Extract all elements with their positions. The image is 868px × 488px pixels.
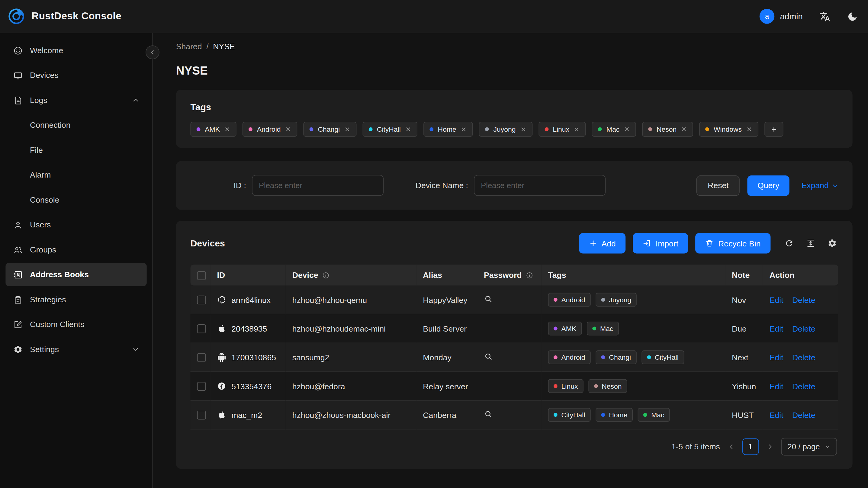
- sidebar-label: Custom Clients: [30, 320, 84, 329]
- tag-chip-juyong: Juyong: [479, 122, 532, 136]
- tags-chip-list: AMKAndroidChangiCityHallHomeJuyongLinuxM…: [191, 122, 838, 136]
- language-icon[interactable]: [819, 11, 831, 22]
- edit-link[interactable]: Edit: [770, 410, 783, 419]
- reset-button[interactable]: Reset: [697, 175, 740, 196]
- query-button[interactable]: Query: [747, 175, 789, 196]
- remove-tag-icon[interactable]: [624, 126, 630, 132]
- show-password-icon[interactable]: [484, 352, 493, 361]
- add-tag-button[interactable]: [765, 122, 783, 136]
- pagination-page-1[interactable]: 1: [742, 438, 759, 455]
- pagination-prev-button[interactable]: [725, 441, 737, 452]
- devices-table: IDDeviceAliasPasswordTagsNoteAction arm6…: [191, 265, 838, 429]
- row-checkbox[interactable]: [197, 324, 206, 333]
- device-id: mac_m2: [231, 410, 262, 419]
- tag-chip-linux: Linux: [548, 379, 584, 393]
- remove-tag-icon[interactable]: [285, 126, 291, 132]
- tag-color-dot: [601, 298, 605, 302]
- sidebar-item-connection[interactable]: Connection: [5, 114, 147, 137]
- remove-tag-icon[interactable]: [405, 126, 411, 132]
- remove-tag-icon[interactable]: [461, 126, 467, 132]
- sidebar-item-strategies[interactable]: Strategies: [5, 288, 147, 311]
- column-height-icon: [806, 239, 815, 248]
- sidebar-item-users[interactable]: Users: [5, 213, 147, 237]
- user-name[interactable]: admin: [780, 11, 803, 21]
- top-bar: RustDesk Console a admin: [0, 0, 868, 33]
- row-checkbox[interactable]: [197, 296, 206, 304]
- edit-link[interactable]: Edit: [770, 353, 783, 362]
- row-checkbox[interactable]: [197, 353, 206, 362]
- sidebar-item-logs[interactable]: Logs: [5, 89, 147, 112]
- device-name: hzhou@fedora: [286, 372, 416, 401]
- sidebar-item-welcome[interactable]: Welcome: [5, 39, 147, 62]
- delete-link[interactable]: Delete: [792, 324, 815, 333]
- remove-tag-icon[interactable]: [746, 126, 752, 132]
- table-settings-button[interactable]: [827, 237, 838, 249]
- sidebar-item-groups[interactable]: Groups: [5, 238, 147, 261]
- show-password-icon[interactable]: [484, 409, 493, 418]
- tag-chip-mac: Mac: [638, 408, 670, 422]
- edit-link[interactable]: Edit: [770, 382, 783, 391]
- delete-link[interactable]: Delete: [792, 410, 815, 419]
- devices-card: Devices Add Import Recycle Bin: [176, 221, 852, 469]
- tag-chip-amk: AMK: [548, 322, 582, 336]
- breadcrumb-shared[interactable]: Shared: [176, 42, 202, 51]
- sidebar-item-console[interactable]: Console: [5, 188, 147, 211]
- delete-link[interactable]: Delete: [792, 295, 815, 304]
- show-password-icon[interactable]: [484, 295, 493, 303]
- delete-link[interactable]: Delete: [792, 353, 815, 362]
- tag-chip-amk: AMK: [191, 122, 237, 136]
- page-size-select[interactable]: 20 / page: [781, 438, 837, 456]
- pagination-total: 1-5 of 5 items: [672, 442, 720, 451]
- column-height-button[interactable]: [805, 237, 816, 249]
- tag-chip-cityhall: CityHall: [642, 350, 684, 364]
- id-input[interactable]: [252, 175, 383, 196]
- tag-chip-changi: Changi: [304, 122, 356, 136]
- row-checkbox[interactable]: [197, 411, 206, 420]
- tag-color-dot: [647, 356, 651, 359]
- device-row: mac_m2hzhou@zhous-macbook-airCanberraCit…: [191, 401, 838, 429]
- delete-link[interactable]: Delete: [792, 382, 815, 391]
- sidebar-item-alarm[interactable]: Alarm: [5, 163, 147, 187]
- expand-link[interactable]: Expand: [802, 181, 838, 190]
- sidebar-item-settings[interactable]: Settings: [5, 338, 147, 361]
- import-button[interactable]: Import: [633, 233, 688, 254]
- device-id: 20438935: [231, 324, 267, 333]
- sidebar-item-custom-clients[interactable]: Custom Clients: [5, 313, 147, 336]
- chevron-down-icon: [132, 346, 139, 353]
- tag-color-dot: [545, 127, 549, 131]
- remove-tag-icon[interactable]: [574, 126, 580, 132]
- sidebar-item-file[interactable]: File: [5, 138, 147, 161]
- tag-chip-windows: Windows: [699, 122, 758, 136]
- chevron-right-icon: [767, 443, 773, 450]
- tag-chip-home: Home: [596, 408, 633, 422]
- row-checkbox[interactable]: [197, 382, 206, 391]
- sidebar-item-address-books[interactable]: Address Books: [5, 263, 147, 286]
- trash-icon: [706, 239, 714, 247]
- remove-tag-icon[interactable]: [520, 126, 526, 132]
- pagination-next-button[interactable]: [765, 441, 776, 452]
- refresh-button[interactable]: [783, 237, 795, 249]
- recycle-bin-button[interactable]: Recycle Bin: [695, 233, 770, 254]
- address-book-icon: [13, 270, 23, 279]
- tag-color-dot: [554, 298, 558, 302]
- remove-tag-icon[interactable]: [344, 126, 350, 132]
- select-all-checkbox[interactable]: [197, 271, 206, 280]
- device-name-label: Device Name :: [415, 181, 468, 190]
- devices-table-body: arm64linuxhzhou@hzhou-qemuHappyValleyAnd…: [191, 286, 838, 430]
- remove-tag-icon[interactable]: [224, 126, 230, 132]
- sidebar-item-devices[interactable]: Devices: [5, 64, 147, 87]
- edit-link[interactable]: Edit: [770, 295, 783, 304]
- sidebar-collapse-button[interactable]: [146, 45, 159, 59]
- edit-link[interactable]: Edit: [770, 324, 783, 333]
- refresh-icon: [784, 239, 794, 248]
- tags-card: Tags AMKAndroidChangiCityHallHomeJuyongL…: [176, 90, 852, 148]
- device-name-input[interactable]: [473, 175, 605, 196]
- remove-tag-icon[interactable]: [681, 126, 687, 132]
- user-avatar[interactable]: a: [760, 9, 774, 24]
- tag-color-dot: [554, 356, 558, 359]
- add-device-button[interactable]: Add: [579, 233, 625, 254]
- dark-mode-icon[interactable]: [847, 11, 858, 22]
- device-row: 20438935hzhou@hzhoudemac-miniBuild Serve…: [191, 314, 838, 343]
- android-os-icon: [217, 353, 226, 362]
- app-window: RustDesk Console a admin Welcome Devices: [0, 0, 868, 488]
